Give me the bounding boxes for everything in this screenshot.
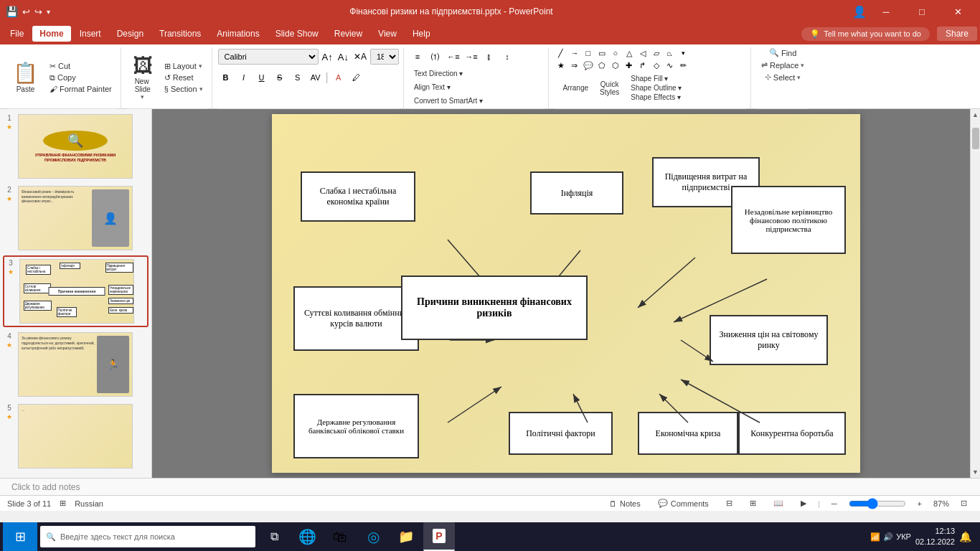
- reset-button[interactable]: ↺ Reset: [160, 72, 207, 83]
- shape-arrow[interactable]: →: [568, 47, 581, 59]
- increase-indent-button[interactable]: →≡: [463, 49, 479, 65]
- underline-button[interactable]: U: [254, 70, 270, 85]
- minimize-button[interactable]: ─: [870, 0, 903, 23]
- maximize-button[interactable]: □: [905, 0, 938, 23]
- slide-item-2[interactable]: 2★ Фінансовий ризик – ймовірність виникн…: [3, 184, 149, 253]
- taskbar-search[interactable]: 🔍 Введіте здесь текст для поиска: [40, 526, 255, 547]
- section-button[interactable]: § Section ▾: [160, 84, 207, 94]
- menu-home[interactable]: Home: [32, 26, 70, 42]
- convert-smartart-button[interactable]: Convert to SmartArt ▾: [410, 96, 487, 105]
- font-color-button[interactable]: A: [331, 70, 347, 85]
- slide-sorter-button[interactable]: ⊞: [744, 497, 762, 509]
- select-button[interactable]: ⊹ Select ▾: [760, 72, 806, 83]
- layout-button[interactable]: ⊞ Layout ▾: [160, 61, 207, 72]
- notification-icon[interactable]: 🔔: [959, 531, 971, 542]
- text-shadow-button[interactable]: S: [290, 70, 306, 85]
- new-slide-button[interactable]: 🖼 NewSlide ▾: [127, 51, 159, 104]
- shape-star[interactable]: ★: [555, 60, 567, 71]
- menu-transitions[interactable]: Transitions: [152, 26, 208, 42]
- shape-fill-button[interactable]: Shape Fill ▾: [626, 74, 686, 83]
- columns-button[interactable]: ⫿: [481, 49, 497, 65]
- text-direction-button[interactable]: Text Direction ▾: [410, 69, 467, 78]
- bullets-button[interactable]: ≡: [410, 49, 425, 65]
- shape-pentagon[interactable]: ⬠: [595, 60, 608, 71]
- shapes-more[interactable]: ▾: [677, 47, 690, 59]
- shape-rtriangle[interactable]: ◁: [636, 47, 649, 59]
- decrease-indent-button[interactable]: ←≡: [446, 49, 461, 65]
- line-spacing-button[interactable]: ↕: [499, 49, 515, 65]
- shape-outline-button[interactable]: Shape Outline ▾: [626, 83, 686, 93]
- share-button[interactable]: Share: [937, 27, 977, 41]
- align-text-button[interactable]: Align Text ▾: [410, 83, 455, 92]
- text-highlight-button[interactable]: 🖊: [349, 70, 364, 85]
- shape-callout[interactable]: 💬: [582, 60, 595, 71]
- notes-button[interactable]: 🗒 Notes: [603, 498, 646, 509]
- scroll-up-arrow[interactable]: ▲: [971, 110, 980, 119]
- zoom-in-button[interactable]: +: [912, 498, 928, 509]
- taskview-button[interactable]: ⧉: [258, 522, 290, 551]
- file-explorer-icon[interactable]: 📁: [390, 522, 422, 551]
- powerpoint-taskbar-icon[interactable]: P: [423, 522, 455, 551]
- menu-file[interactable]: File: [3, 26, 31, 42]
- slide-thumb-5[interactable]: ...: [18, 404, 133, 468]
- browser2-icon[interactable]: ◎: [357, 522, 389, 551]
- volume-icon[interactable]: 🔊: [883, 532, 893, 542]
- menu-view[interactable]: View: [371, 26, 404, 42]
- slides-scroll-down[interactable]: ▼: [3, 474, 149, 478]
- font-size-select[interactable]: 18: [370, 49, 399, 65]
- fit-slide-button[interactable]: ⊡: [955, 497, 973, 509]
- shape-rect[interactable]: □: [582, 47, 595, 59]
- shape-hexagon[interactable]: ⬡: [609, 60, 622, 71]
- quick-styles-button[interactable]: QuickStyles: [595, 79, 623, 98]
- menu-animations[interactable]: Animations: [209, 26, 266, 42]
- italic-button[interactable]: I: [236, 70, 252, 85]
- strikethrough-button[interactable]: S: [272, 70, 288, 85]
- vertical-scrollbar[interactable]: ▲ ▼: [970, 109, 980, 478]
- clock[interactable]: 12:13 02.12.2022: [915, 526, 955, 548]
- slide-item-5[interactable]: 5★ ...: [3, 402, 149, 471]
- zoom-out-button[interactable]: ─: [826, 498, 843, 509]
- font-grow-icon[interactable]: A↑: [321, 50, 334, 64]
- slide-thumb-2[interactable]: Фінансовий ризик – ймовірність виникненн…: [18, 186, 133, 250]
- shape-effects-button[interactable]: Shape Effects ▾: [626, 93, 686, 102]
- start-button[interactable]: ⊞: [3, 522, 37, 551]
- network-icon[interactable]: 📶: [870, 532, 880, 542]
- shape-freeform[interactable]: ✏: [677, 60, 690, 71]
- menu-help[interactable]: Help: [405, 26, 438, 42]
- comments-button[interactable]: 💬 Comments: [652, 497, 715, 509]
- shape-parallelogram[interactable]: ▱: [650, 47, 663, 59]
- edge-icon[interactable]: 🌐: [291, 522, 323, 551]
- slide-item-3[interactable]: 3★ Причини виникнення Слабка і нестабіль…: [3, 255, 149, 327]
- tell-me-box[interactable]: 💡 Tell me what you want to do: [801, 27, 930, 41]
- shape-flow[interactable]: ◇: [650, 60, 663, 71]
- font-shrink-icon[interactable]: A↓: [336, 50, 350, 64]
- save-icon[interactable]: 💾: [6, 6, 18, 17]
- shape-trapezoid[interactable]: ⏢: [664, 47, 677, 59]
- normal-view-button[interactable]: ⊟: [720, 497, 738, 509]
- notes-bar[interactable]: Click to add notes: [0, 478, 980, 495]
- slideshow-button[interactable]: ▶: [795, 497, 812, 509]
- shape-triangle[interactable]: △: [623, 47, 636, 59]
- menu-insert[interactable]: Insert: [72, 26, 108, 42]
- shape-cross[interactable]: ✚: [623, 60, 636, 71]
- font-name-select[interactable]: Calibri: [218, 49, 319, 65]
- close-button[interactable]: ✕: [941, 0, 974, 23]
- shape-rounded-rect[interactable]: ▭: [595, 47, 608, 59]
- slide-item-4[interactable]: 4★ За рівнем фінансового ризику підрозді…: [3, 330, 149, 399]
- shape-bend-arrow[interactable]: ↱: [636, 60, 649, 71]
- slide-thumb-1[interactable]: 🔍 УПРАВЛІННЯ ФІНАНСОВИМИ РИЗИКАМИ ПРОМИС…: [18, 114, 133, 179]
- slide-thumb-4[interactable]: За рівнем фінансового ризику підрозділяє…: [18, 332, 133, 397]
- scroll-down-arrow[interactable]: ▼: [971, 468, 980, 476]
- zoom-slider[interactable]: [849, 498, 906, 509]
- menu-design[interactable]: Design: [110, 26, 151, 42]
- shape-arrow2[interactable]: ⇒: [568, 60, 581, 71]
- copy-button[interactable]: ⧉ Copy: [45, 72, 116, 83]
- redo-icon[interactable]: ↪: [34, 6, 42, 17]
- slide-thumb-3[interactable]: Причини виникнення Слабка і нестабільна …: [19, 259, 134, 324]
- slide-item-1[interactable]: 1★ 🔍 УПРАВЛІННЯ ФІНАНСОВИМИ РИЗИКАМИ ПРО…: [3, 112, 149, 181]
- bold-button[interactable]: B: [218, 70, 234, 85]
- scroll-thumb[interactable]: [972, 128, 979, 149]
- menu-review[interactable]: Review: [327, 26, 369, 42]
- format-painter-button[interactable]: 🖌 Format Painter: [45, 84, 116, 94]
- menu-slideshow[interactable]: Slide Show: [268, 26, 326, 42]
